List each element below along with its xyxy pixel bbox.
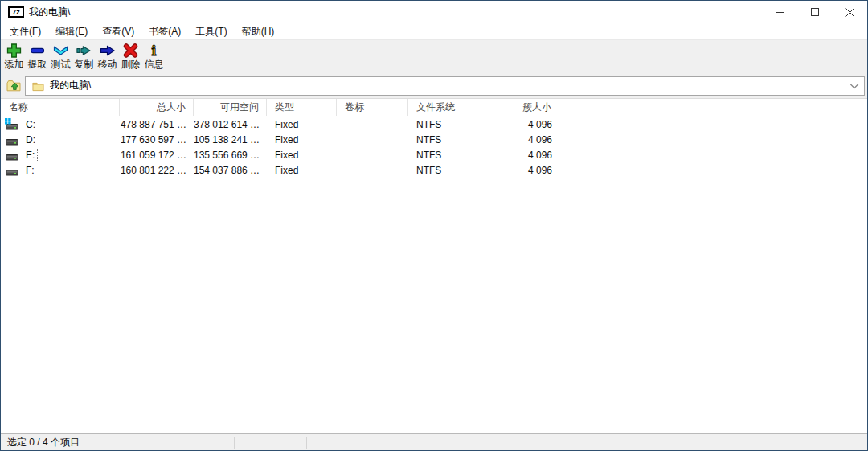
table-row[interactable]: D: 177 630 597 … 105 138 241 … Fixed NTF… bbox=[1, 133, 867, 148]
volume-label-cell bbox=[337, 148, 408, 163]
filler-cell bbox=[559, 117, 867, 133]
free-space-cell: 154 037 886 … bbox=[194, 163, 267, 178]
type-cell: Fixed bbox=[267, 133, 337, 148]
file-system-cell: NTFS bbox=[408, 163, 485, 178]
menu-bookmarks[interactable]: 书签(A) bbox=[141, 23, 188, 40]
volume-label-cell bbox=[337, 133, 408, 148]
toolbar: 添加 提取 测试 复制 移 bbox=[1, 39, 867, 73]
column-header-label[interactable]: 卷标 bbox=[337, 99, 408, 116]
drive-name: D: bbox=[23, 133, 39, 148]
total-size-cell: 160 801 222 … bbox=[120, 163, 194, 178]
menu-help[interactable]: 帮助(H) bbox=[235, 23, 282, 40]
maximize-icon bbox=[811, 8, 820, 17]
cluster-size-cell: 4 096 bbox=[485, 163, 559, 178]
move-button[interactable]: 移动 bbox=[96, 43, 119, 70]
table-row[interactable]: F: 160 801 222 … 154 037 886 … Fixed NTF… bbox=[1, 163, 867, 178]
drive-name-cell[interactable]: C: bbox=[1, 117, 120, 133]
menu-tools[interactable]: 工具(T) bbox=[188, 23, 234, 40]
drive-icon bbox=[6, 165, 18, 178]
menu-view[interactable]: 查看(V) bbox=[95, 23, 141, 40]
test-button[interactable]: 测试 bbox=[49, 43, 72, 70]
status-divider bbox=[234, 437, 235, 449]
menu-file[interactable]: 文件(F) bbox=[2, 23, 48, 40]
total-size-cell: 161 059 172 … bbox=[120, 148, 194, 163]
selection-status: 选定 0 / 4 个项目 bbox=[1, 436, 80, 449]
status-bar: 选定 0 / 4 个项目 bbox=[1, 433, 867, 450]
svg-text:i: i bbox=[151, 43, 157, 59]
address-bar: 我的电脑\ bbox=[1, 73, 867, 99]
drive-name-cell[interactable]: E: bbox=[1, 148, 120, 163]
type-cell: Fixed bbox=[267, 163, 337, 178]
folder-icon bbox=[32, 80, 44, 92]
table-row[interactable]: C: 478 887 751 … 378 012 614 … Fixed NTF… bbox=[1, 117, 867, 133]
minimize-button[interactable] bbox=[764, 1, 798, 23]
folder-up-icon bbox=[6, 79, 21, 93]
free-space-cell: 378 012 614 … bbox=[194, 117, 267, 133]
menu-edit[interactable]: 编辑(E) bbox=[48, 23, 95, 40]
delete-x-icon bbox=[122, 43, 139, 59]
window-controls bbox=[764, 1, 867, 23]
info-label: 信息 bbox=[145, 59, 164, 70]
file-list: 名称 总大小 可用空间 类型 卷标 文件系统 簇大小 bbox=[1, 99, 867, 433]
column-headers: 名称 总大小 可用空间 类型 卷标 文件系统 簇大小 bbox=[1, 99, 867, 116]
extract-minus-icon bbox=[29, 43, 46, 59]
move-arrow-icon bbox=[99, 43, 116, 59]
extract-button[interactable]: 提取 bbox=[26, 43, 49, 70]
app-7zip-icon: 7z bbox=[8, 6, 24, 18]
total-size-cell: 478 887 751 … bbox=[120, 117, 194, 133]
table-row[interactable]: E: 161 059 172 … 135 556 669 … Fixed NTF… bbox=[1, 148, 867, 163]
drive-icon bbox=[6, 150, 18, 162]
drive-name-cell[interactable]: D: bbox=[1, 133, 120, 148]
menu-bar: 文件(F) 编辑(E) 查看(V) 书签(A) 工具(T) 帮助(H) bbox=[1, 23, 867, 39]
file-list-body: C: 478 887 751 … 378 012 614 … Fixed NTF… bbox=[1, 116, 867, 178]
copy-label: 复制 bbox=[75, 59, 94, 70]
close-button[interactable] bbox=[833, 1, 867, 23]
add-label: 添加 bbox=[5, 59, 24, 70]
status-divider bbox=[162, 437, 162, 449]
extract-label: 提取 bbox=[28, 59, 47, 70]
add-button[interactable]: 添加 bbox=[2, 43, 26, 70]
cluster-size-cell: 4 096 bbox=[485, 148, 559, 163]
maximize-button[interactable] bbox=[798, 1, 833, 23]
delete-button[interactable]: 删除 bbox=[119, 43, 142, 70]
move-label: 移动 bbox=[98, 59, 117, 70]
window-title: 我的电脑\ bbox=[29, 6, 70, 19]
up-one-level-button[interactable] bbox=[2, 76, 25, 96]
address-combobox[interactable]: 我的电脑\ bbox=[25, 76, 865, 96]
volume-label-cell bbox=[337, 163, 408, 178]
total-size-cell: 177 630 597 … bbox=[120, 133, 194, 148]
file-system-cell: NTFS bbox=[408, 133, 485, 148]
column-header-file-system[interactable]: 文件系统 bbox=[408, 99, 485, 116]
column-header-name[interactable]: 名称 bbox=[1, 99, 120, 116]
filler-cell bbox=[559, 148, 867, 163]
close-icon bbox=[845, 8, 854, 17]
column-header-cluster-size[interactable]: 簇大小 bbox=[485, 99, 559, 116]
column-header-filler bbox=[559, 99, 867, 116]
column-header-type[interactable]: 类型 bbox=[267, 99, 337, 116]
drive-name: E: bbox=[23, 148, 38, 163]
free-space-cell: 105 138 241 … bbox=[194, 133, 267, 148]
drive-name: C: bbox=[23, 117, 39, 133]
app-window: 7z 我的电脑\ 文件(F) 编辑(E) 查看(V) 书签(A) 工具(T) 帮… bbox=[0, 0, 868, 451]
title-bar: 7z 我的电脑\ bbox=[1, 1, 867, 23]
info-button[interactable]: i 信息 bbox=[142, 43, 166, 70]
chevron-down-icon[interactable] bbox=[850, 83, 859, 89]
drive-icon bbox=[6, 134, 18, 147]
column-header-total-size[interactable]: 总大小 bbox=[120, 99, 194, 116]
test-chevron-icon bbox=[52, 43, 69, 59]
delete-label: 删除 bbox=[121, 59, 141, 70]
column-header-free-space[interactable]: 可用空间 bbox=[194, 99, 267, 116]
drive-icon bbox=[6, 119, 18, 132]
minimize-icon bbox=[776, 8, 785, 17]
filler-cell bbox=[559, 133, 867, 148]
file-system-cell: NTFS bbox=[408, 117, 485, 133]
type-cell: Fixed bbox=[267, 117, 337, 133]
type-cell: Fixed bbox=[267, 148, 337, 163]
drive-name-cell[interactable]: F: bbox=[1, 163, 120, 178]
drive-name: F: bbox=[23, 163, 38, 178]
copy-button[interactable]: 复制 bbox=[72, 43, 96, 70]
add-plus-icon bbox=[6, 43, 23, 59]
test-label: 测试 bbox=[51, 59, 71, 70]
free-space-cell: 135 556 669 … bbox=[194, 148, 267, 163]
windows-logo-icon bbox=[5, 118, 11, 125]
